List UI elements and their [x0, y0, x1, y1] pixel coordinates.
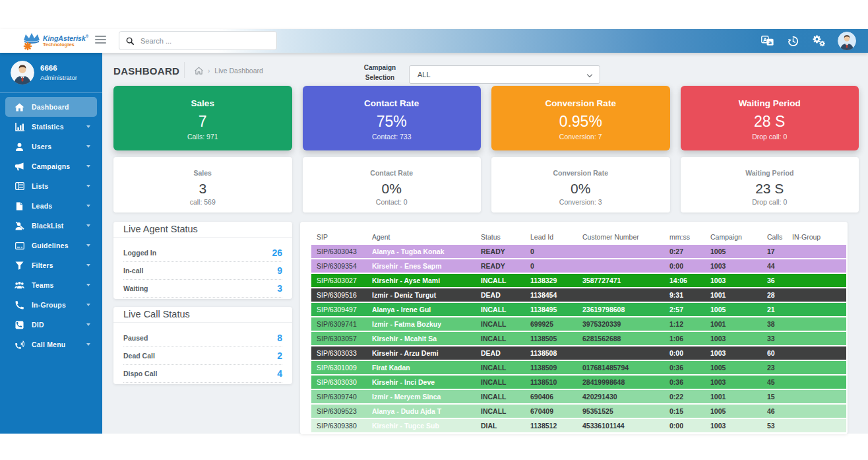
sidebar-item[interactable]: Users [5, 137, 97, 156]
table-row[interactable]: SIP/6303027 Kirsehir - Ayse Mami INCALL … [311, 274, 846, 287]
team-icon [15, 280, 24, 290]
table-row[interactable]: SIP/6309741 Izmir - Fatma Bozkuy INCALL … [311, 317, 846, 331]
sidebar-item[interactable]: Teams [5, 275, 97, 295]
sidebar-item[interactable]: In-Groups [5, 295, 97, 315]
crown-asterisk-icon [22, 31, 42, 51]
chevron-down-icon [86, 185, 90, 187]
sidebar-user: 6666 Administrator [0, 53, 102, 93]
user-role: Administrator [40, 74, 77, 81]
kpi-card: Contact Rate 75% Contact: 733 [303, 86, 481, 150]
column-header[interactable]: Status [481, 233, 530, 241]
sidebar-item[interactable]: Campaigns [5, 156, 97, 176]
phone-volume-icon [15, 340, 24, 350]
status-row: Dispo Call 4 [123, 365, 282, 383]
sidebar-item[interactable]: Dashboard [5, 97, 97, 117]
campaign-select[interactable]: ALL [409, 65, 600, 84]
chevron-down-icon [86, 304, 90, 306]
table-row[interactable]: SIP/6303043 Alanya - Tugba Konak READY 0… [311, 245, 846, 258]
chevron-down-icon [86, 244, 90, 247]
table-row[interactable]: SIP/6309516 Izmir - Deniz Turgut DEAD 11… [311, 288, 846, 302]
brand-logo[interactable]: KingAsterisk® Technologies [22, 30, 94, 51]
campaign-selection-label: Campaign Selection [347, 63, 413, 82]
sidebar: 6666 Administrator Dashboard Statistics [0, 53, 102, 434]
list-icon [15, 181, 24, 191]
column-header[interactable]: IN-Group [792, 233, 846, 241]
chevron-down-icon [86, 165, 90, 168]
column-header[interactable]: Campaign [710, 233, 767, 241]
column-header[interactable]: Customer Number [582, 233, 669, 241]
column-header[interactable]: Calls [767, 233, 792, 241]
kpi-card-secondary: Conversion Rate 0% Conversion: 3 [491, 157, 670, 213]
table-row[interactable]: SIP/6303057 Kirsehir - Mcahit Sa INCALL … [311, 332, 846, 345]
app: KingAsterisk® Technologies A a [0, 0, 868, 460]
sidebar-item[interactable]: BlackList [5, 216, 97, 236]
chevron-down-icon [86, 284, 90, 286]
sidebar-item[interactable]: Filters [5, 255, 97, 275]
file-icon [15, 201, 24, 211]
user-avatar[interactable] [838, 32, 856, 50]
phone-icon [15, 300, 24, 310]
search-icon [126, 37, 134, 45]
language-icon[interactable]: A a [760, 34, 774, 48]
kpi-card-secondary: Sales 3 call: 569 [113, 157, 292, 213]
table-row[interactable]: SIP/6309354 Kirsehir - Enes Sapm READY 0… [311, 259, 846, 273]
status-row: Paused 8 [123, 329, 282, 347]
panel-title: Live Agent Status [113, 222, 292, 238]
user-id: 6666 [40, 64, 77, 72]
menu-toggle-icon[interactable] [95, 36, 106, 46]
chevron-down-icon [86, 145, 90, 148]
megaphone-icon [15, 162, 24, 172]
bar-chart-icon [15, 122, 24, 132]
table-row[interactable]: SIP/6309497 Alanya - Irene Gul INCALL 11… [311, 303, 846, 316]
status-row: Dead Call 2 [123, 347, 282, 365]
kpi-card-secondary: Waiting Period 23 S Drop call: 0 [681, 157, 859, 213]
main-content: DASHBOARD › Live Dashboard Campaign Sele… [102, 53, 868, 434]
svg-text:a: a [768, 40, 772, 46]
search-box[interactable] [119, 31, 277, 50]
kpi-card: Conversion Rate 0.95% Conversion: 7 [491, 86, 670, 150]
home-icon [15, 102, 24, 112]
table-row[interactable]: SIP/6309740 Izmir - Meryem Sinca INCALL … [311, 390, 846, 403]
chevron-down-icon [86, 264, 90, 267]
sidebar-item[interactable]: DID [5, 315, 97, 335]
table-row[interactable]: SIP/6309380 Kirsehir - Tugce Sub DIAL 11… [311, 419, 846, 432]
chevron-down-icon [86, 125, 90, 128]
table-row[interactable]: SIP/6309523 Alanya - Dudu Ajda T INCALL … [311, 405, 846, 418]
select-chevron-icon [587, 72, 592, 77]
column-header[interactable]: Agent [372, 233, 481, 241]
kpi-card: Waiting Period 28 S Drop call: 0 [681, 86, 859, 150]
kpi-card-secondary: Contact Rate 0% Contact: 0 [303, 157, 481, 213]
table-row[interactable]: SIP/6303030 Kirsehir - Inci Deve INCALL … [311, 376, 846, 389]
chevron-down-icon [86, 224, 90, 227]
sidebar-item[interactable]: Statistics [5, 117, 97, 137]
phone-square-icon [15, 320, 24, 330]
user-icon [15, 142, 24, 152]
status-row: Logged In 26 [123, 244, 282, 262]
column-header[interactable]: SIP [317, 233, 372, 241]
search-input[interactable] [140, 37, 253, 45]
history-icon[interactable] [786, 34, 799, 48]
settings-gears-icon[interactable] [812, 34, 825, 48]
home-icon[interactable] [195, 67, 203, 75]
live-agent-status-panel: Live Agent Status Logged In 26 In-call [113, 222, 292, 299]
blacklist-icon [15, 221, 24, 231]
status-row: Waiting 3 [123, 280, 282, 298]
chevron-down-icon [86, 205, 90, 207]
sidebar-item[interactable]: Leads [5, 196, 97, 216]
svg-text:A: A [762, 37, 766, 43]
column-header[interactable]: mm:ss [669, 233, 710, 241]
sidebar-item[interactable]: Call Menu [5, 335, 97, 354]
funnel-icon [15, 261, 24, 271]
sidebar-item[interactable]: Lists [5, 176, 97, 196]
live-calls-table: SIPAgentStatusLead IdCustomer Numbermm:s… [300, 222, 848, 434]
table-row[interactable]: SIP/6301009 Firat Kadan INCALL 1138509 0… [311, 361, 846, 374]
column-header[interactable]: Lead Id [530, 233, 582, 241]
sidebar-user-avatar[interactable] [11, 61, 34, 84]
sidebar-item[interactable]: Guidelines [5, 236, 97, 255]
page-title: DASHBOARD [113, 65, 179, 77]
breadcrumb-current[interactable]: Live Dashboard [214, 67, 263, 75]
table-row[interactable]: SIP/6303033 Kirsehir - Arzu Demi DEAD 11… [311, 346, 846, 360]
live-call-status-panel: Live Call Status Paused 8 Dead Call [113, 307, 292, 384]
breadcrumb: › Live Dashboard [195, 67, 263, 75]
topbar: KingAsterisk® Technologies A a [0, 29, 868, 53]
